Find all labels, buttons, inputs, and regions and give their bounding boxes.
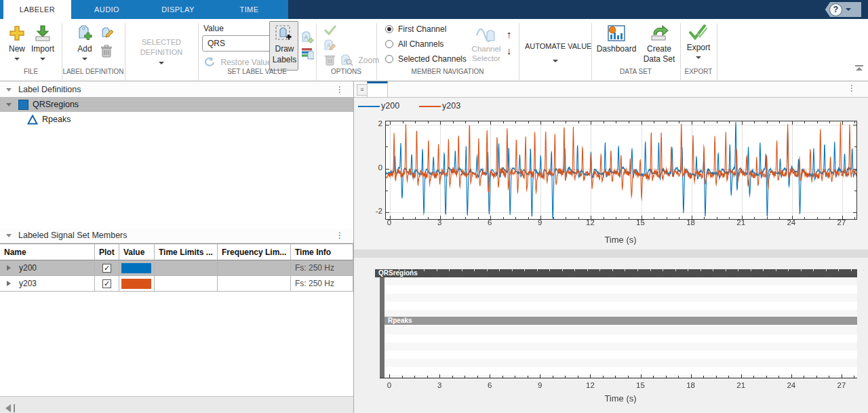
selected-definition-caret-icon bbox=[159, 62, 164, 64]
column-header-time-info[interactable]: Time Info bbox=[291, 243, 353, 260]
track-axis-tick bbox=[528, 376, 528, 378]
track-axis-tick bbox=[553, 376, 553, 378]
label-order-button[interactable] bbox=[301, 47, 314, 60]
export-button[interactable]: Export bbox=[687, 24, 710, 41]
member-name: y200 bbox=[19, 260, 37, 275]
track-xtick-label: 6 bbox=[481, 381, 498, 389]
time-limits-cell bbox=[155, 260, 218, 276]
previous-member-button[interactable]: ↑ bbox=[507, 28, 512, 40]
section-divider bbox=[717, 23, 717, 80]
zoom-to-label-button[interactable]: A Zoom bbox=[340, 54, 379, 66]
channel-selector-button[interactable]: Channel Selector bbox=[471, 24, 502, 43]
delete-label-value-button[interactable] bbox=[324, 54, 336, 66]
members-table-header: NamePlotValueTime Limits ...Frequency Li… bbox=[0, 243, 353, 260]
collapse-panel-button[interactable] bbox=[5, 401, 15, 413]
column-header-frequency-lim-[interactable]: Frequency Lim... bbox=[218, 243, 291, 260]
add-caret-icon bbox=[82, 58, 87, 60]
track-axis-tick bbox=[653, 376, 654, 378]
track-bar-tick bbox=[437, 269, 437, 271]
track-bar-tick bbox=[826, 269, 827, 271]
tree-item-qrsregions[interactable]: QRSregions bbox=[0, 97, 353, 112]
next-member-button[interactable]: ↓ bbox=[507, 45, 512, 56]
add-label-definition-button[interactable]: Add bbox=[75, 25, 94, 43]
track-axis-tick bbox=[389, 374, 390, 378]
draw-labels-toggle-button[interactable]: Draw Labels bbox=[269, 21, 298, 71]
collapse-section-icon[interactable] bbox=[6, 88, 12, 92]
selected-definition-dropdown[interactable]: SELECTED DEFINITION bbox=[126, 19, 197, 81]
track-axis-tick bbox=[603, 376, 604, 378]
radio-dot bbox=[387, 27, 391, 31]
track-axis-tick bbox=[678, 376, 679, 378]
radio-selected-channels[interactable] bbox=[385, 55, 393, 63]
edit-label-value-button[interactable]: A bbox=[323, 39, 336, 52]
document-list-button[interactable]: ≡ bbox=[357, 84, 368, 96]
collapse-ribbon-button[interactable] bbox=[854, 65, 864, 72]
document-menu[interactable]: ⋮ bbox=[848, 83, 856, 93]
tab-display[interactable]: DISPLAY bbox=[142, 0, 214, 19]
import-caret-icon bbox=[40, 58, 45, 60]
automate-value-dropdown[interactable]: AUTOMATE VALUE bbox=[525, 19, 586, 81]
table-row[interactable]: y203✓Fs: 250 Hz bbox=[0, 276, 353, 292]
column-header-plot[interactable]: Plot bbox=[95, 243, 119, 260]
track-axis-tick bbox=[490, 374, 490, 378]
track-axis-tick bbox=[804, 376, 804, 378]
label-definitions-menu[interactable]: ⋮ bbox=[336, 83, 344, 97]
members-table: NamePlotValueTime Limits ...Frequency Li… bbox=[0, 243, 353, 395]
legend-line bbox=[358, 106, 380, 107]
signal-plot-axes[interactable] bbox=[385, 121, 857, 220]
ytick-label: 2 bbox=[366, 119, 382, 127]
member-navigation-section-label: MEMBER NAVIGATION bbox=[376, 68, 519, 77]
radio-first-channel[interactable] bbox=[385, 25, 393, 33]
create-data-set-button[interactable]: Create Data Set bbox=[643, 25, 675, 41]
new-caret-icon bbox=[14, 58, 20, 60]
value-combobox-text: QRS bbox=[208, 39, 225, 48]
help-icon: ? bbox=[829, 3, 842, 16]
track-xlabel: Time (s) bbox=[385, 393, 856, 404]
tree-item-rpeaks[interactable]: Rpeaks bbox=[0, 112, 353, 127]
collapse-section-icon[interactable] bbox=[6, 234, 12, 237]
track-axis-tick bbox=[540, 374, 540, 378]
legend-line bbox=[419, 106, 441, 107]
plot-checkbox[interactable]: ✓ bbox=[102, 264, 111, 273]
new-button[interactable]: New bbox=[9, 25, 25, 41]
dashboard-button[interactable]: Dashboard bbox=[599, 25, 633, 41]
track-bar-tick bbox=[612, 269, 613, 271]
create-data-set-icon bbox=[650, 25, 669, 41]
radio-all-channels[interactable] bbox=[385, 40, 393, 48]
radio-label: First Channel bbox=[398, 24, 446, 34]
accept-label-button[interactable] bbox=[324, 25, 336, 35]
column-header-name[interactable]: Name bbox=[0, 243, 95, 260]
plot-checkbox[interactable]: ✓ bbox=[102, 279, 111, 288]
table-row[interactable]: y200✓Fs: 250 Hz bbox=[0, 260, 353, 276]
track-axis-tick bbox=[728, 376, 729, 378]
track-axis-tick bbox=[414, 376, 415, 378]
track-xtick-label: 9 bbox=[532, 381, 548, 389]
svg-text:A: A bbox=[304, 34, 309, 41]
xtick-label: 6 bbox=[481, 218, 498, 227]
edit-label-definition-button[interactable] bbox=[100, 26, 114, 39]
track-bar-rpeaks[interactable]: Rpeaks bbox=[384, 317, 857, 325]
add-label-to-selection-button[interactable]: A bbox=[301, 31, 314, 43]
row-expand-caret-icon[interactable] bbox=[7, 281, 11, 286]
xtick-label: 3 bbox=[431, 218, 448, 227]
track-bar-tick bbox=[462, 269, 462, 271]
time-info-cell: Fs: 250 Hz bbox=[291, 276, 353, 292]
value-cell bbox=[119, 260, 155, 276]
import-button[interactable]: Import bbox=[34, 25, 52, 41]
tab-audio[interactable]: AUDIO bbox=[71, 0, 142, 19]
tab-time[interactable]: TIME bbox=[214, 0, 285, 19]
panel-gap bbox=[354, 250, 868, 258]
members-menu[interactable]: ⋮ bbox=[336, 229, 344, 243]
active-document-tab[interactable] bbox=[367, 81, 388, 97]
track-bar-tick bbox=[524, 269, 525, 271]
column-header-value[interactable]: Value bbox=[119, 243, 155, 260]
track-bar-qrsregions[interactable]: QRSregions bbox=[375, 269, 857, 277]
restore-value-button[interactable]: Restore Value bbox=[203, 56, 272, 68]
delete-label-definition-button[interactable] bbox=[100, 45, 113, 58]
tree-expand-caret-icon[interactable] bbox=[6, 103, 12, 106]
column-header-time-limits-[interactable]: Time Limits ... bbox=[155, 243, 218, 260]
tab-labeler[interactable]: LABELER bbox=[3, 0, 71, 19]
row-expand-caret-icon[interactable] bbox=[7, 265, 11, 271]
track-bar-tick bbox=[763, 269, 764, 271]
track-bar-tick bbox=[562, 269, 563, 271]
